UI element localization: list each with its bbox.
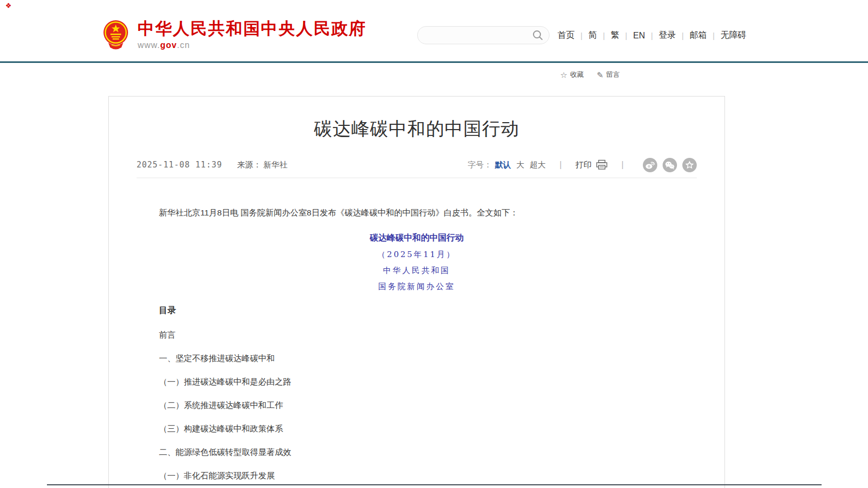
nav-separator: | bbox=[682, 31, 684, 40]
top-navigation: 首页 | 简 | 繁 | EN | 登录 | 邮箱 | 无障碍 bbox=[558, 30, 746, 41]
site-brand[interactable]: 中华人民共和国中央人民政府 www.gov.cn bbox=[101, 19, 367, 50]
font-size-default-button[interactable]: 默认 bbox=[495, 160, 511, 170]
footer-top-border bbox=[47, 484, 822, 485]
nav-separator: | bbox=[651, 31, 653, 40]
whitepaper-org-line1: 中华人民共和国 bbox=[159, 266, 674, 275]
nav-home[interactable]: 首页 bbox=[558, 30, 575, 41]
article-meta-row: 2025-11-08 11:39 来源： 新华社 字号： 默认 大 超大 | 打… bbox=[137, 157, 697, 172]
font-size-huge-button[interactable]: 超大 bbox=[530, 160, 546, 170]
site-title: 中华人民共和国中央人民政府 bbox=[138, 19, 367, 38]
font-size-label: 字号： bbox=[468, 160, 492, 170]
nav-login[interactable]: 登录 bbox=[659, 30, 676, 41]
nav-separator: | bbox=[713, 31, 715, 40]
search-box[interactable] bbox=[417, 26, 550, 44]
article-tools-bar: ☆ 收藏 ✎ 留言 bbox=[560, 70, 633, 79]
star-outline-icon: ☆ bbox=[560, 71, 567, 79]
source-value: 新华社 bbox=[264, 160, 288, 169]
comment-label: 留言 bbox=[606, 70, 620, 79]
toc-item-preface: 前言 bbox=[159, 330, 674, 339]
article-card: 碳达峰碳中和的中国行动 2025-11-08 11:39 来源： 新华社 字号：… bbox=[108, 96, 725, 488]
corner-red-mark: ❖ bbox=[5, 2, 14, 10]
search-icon bbox=[532, 29, 544, 41]
source-label: 来源： bbox=[237, 160, 261, 169]
nav-english[interactable]: EN bbox=[633, 31, 645, 41]
weibo-share-icon[interactable] bbox=[643, 158, 657, 172]
site-url: www.gov.cn bbox=[138, 41, 367, 50]
font-size-big-button[interactable]: 大 bbox=[516, 160, 524, 170]
nav-separator: | bbox=[603, 31, 605, 40]
meta-separator: | bbox=[622, 160, 624, 170]
lead-paragraph: 新华社北京11月8日电 国务院新闻办公室8日发布《碳达峰碳中和的中国行动》白皮书… bbox=[159, 207, 674, 219]
printer-icon bbox=[596, 159, 608, 170]
whitepaper-org-line2: 国务院新闻办公室 bbox=[159, 282, 674, 291]
article-meta-right: 字号： 默认 大 超大 | 打印 | bbox=[468, 158, 697, 172]
source: 来源： 新华社 bbox=[237, 160, 288, 170]
share-icons bbox=[638, 158, 697, 172]
favorite-label: 收藏 bbox=[570, 70, 584, 79]
nav-simplified[interactable]: 简 bbox=[588, 30, 597, 41]
toc-item-section1-1: （一）推进碳达峰碳中和是必由之路 bbox=[159, 377, 674, 386]
whitepaper-title: 碳达峰碳中和的中国行动 bbox=[159, 233, 674, 243]
nav-separator: | bbox=[625, 31, 627, 40]
wechat-share-icon[interactable] bbox=[663, 158, 677, 172]
print-button[interactable]: 打印 bbox=[576, 159, 608, 170]
toc-item-section1: 一、坚定不移推进碳达峰碳中和 bbox=[159, 354, 674, 363]
article-body: 新华社北京11月8日电 国务院新闻办公室8日发布《碳达峰碳中和的中国行动》白皮书… bbox=[137, 207, 697, 480]
nav-separator: | bbox=[580, 31, 583, 40]
toc-heading: 目录 bbox=[159, 305, 674, 316]
toc-item-section2-1: （一）非化石能源实现跃升发展 bbox=[159, 471, 674, 480]
publish-date: 2025-11-08 11:39 bbox=[137, 160, 222, 170]
pen-icon: ✎ bbox=[596, 71, 603, 79]
nav-traditional[interactable]: 繁 bbox=[611, 30, 619, 41]
toc-item-section1-3: （三）构建碳达峰碳中和政策体系 bbox=[159, 424, 674, 433]
meta-separator: | bbox=[560, 160, 562, 170]
article-meta-left: 2025-11-08 11:39 来源： 新华社 bbox=[137, 160, 288, 170]
site-url-prefix: www. bbox=[138, 41, 160, 50]
national-emblem-icon bbox=[101, 19, 130, 50]
nav-mail[interactable]: 邮箱 bbox=[690, 30, 707, 41]
meta-divider bbox=[137, 178, 697, 178]
print-label: 打印 bbox=[576, 160, 592, 170]
page-title: 碳达峰碳中和的中国行动 bbox=[137, 118, 697, 139]
site-header: ❖ 中华人民共和国中央人民政府 www.gov.cn 首页 | 简 bbox=[0, 0, 868, 63]
search-input[interactable] bbox=[418, 31, 532, 39]
nav-accessibility[interactable]: 无障碍 bbox=[721, 30, 746, 41]
favorite-button[interactable]: ☆ 收藏 bbox=[560, 70, 584, 79]
comment-button[interactable]: ✎ 留言 bbox=[596, 70, 620, 79]
qzone-star-share-icon[interactable] bbox=[682, 158, 697, 172]
toc-item-section1-2: （二）系统推进碳达峰碳中和工作 bbox=[159, 401, 674, 410]
site-url-gov: gov bbox=[160, 41, 177, 50]
site-url-suffix: .cn bbox=[177, 41, 190, 50]
whitepaper-date: （2025年11月） bbox=[159, 250, 674, 259]
search-button[interactable] bbox=[532, 29, 549, 41]
toc-item-section2: 二、能源绿色低碳转型取得显著成效 bbox=[159, 447, 674, 457]
